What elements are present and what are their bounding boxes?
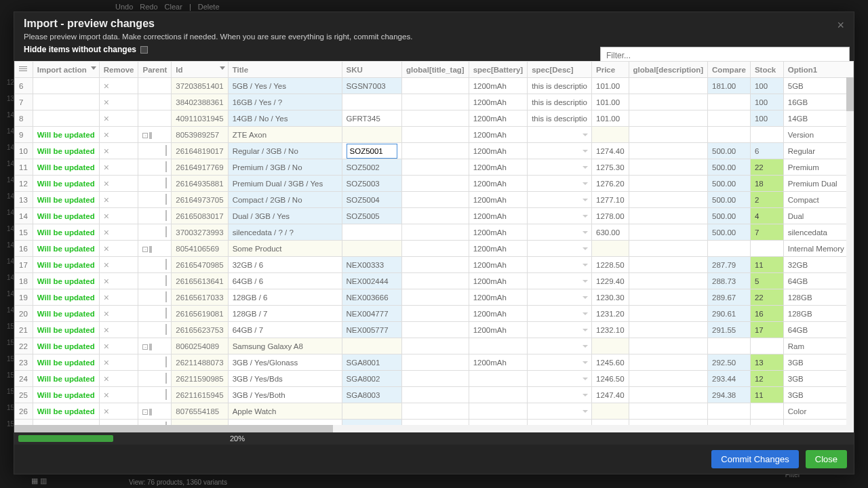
title-cell[interactable]: 14GB / No / Yes	[228, 110, 342, 127]
title-tag-cell[interactable]	[402, 192, 469, 208]
option1-cell[interactable]: Regular	[783, 143, 853, 159]
table-row[interactable]: 7×3840238836116GB / Yes / ?1200mAhthis i…	[15, 94, 854, 110]
option1-cell[interactable]: 128GB	[783, 306, 853, 322]
option1-cell[interactable]: Dual	[783, 208, 853, 224]
title-cell[interactable]: silencedata / ? / ?	[228, 224, 342, 241]
price-cell[interactable]: 1274.40	[591, 143, 629, 159]
remove-row-button[interactable]: ×	[99, 224, 138, 241]
desc-cell[interactable]	[528, 354, 592, 371]
compare-cell[interactable]	[708, 94, 751, 110]
column-header[interactable]	[15, 62, 33, 78]
battery-cell[interactable]: 1200mAh	[469, 127, 528, 143]
option1-cell[interactable]: Color	[783, 403, 853, 420]
sku-cell[interactable]: SOZ5005	[342, 208, 402, 224]
compare-cell[interactable]: 500.00	[708, 159, 751, 176]
price-cell[interactable]: 630.00	[591, 224, 629, 241]
stock-cell[interactable]	[750, 241, 783, 257]
battery-cell[interactable]: 1200mAh	[469, 78, 528, 94]
table-row[interactable]: 17Will be updated×2616547098532GB / 6NEX…	[15, 257, 854, 273]
price-cell[interactable]: 101.00	[591, 94, 629, 110]
global-desc-cell[interactable]	[629, 78, 708, 94]
title-cell[interactable]: 128GB / 6	[228, 289, 342, 306]
global-desc-cell[interactable]	[629, 159, 708, 176]
global-desc-cell[interactable]	[629, 257, 708, 273]
sku-cell[interactable]	[342, 241, 402, 257]
compare-cell[interactable]: 500.00	[708, 143, 751, 159]
sku-cell[interactable]	[342, 338, 402, 354]
vertical-scrollbar[interactable]	[846, 77, 854, 432]
price-cell[interactable]: 101.00	[591, 110, 629, 127]
stock-cell[interactable]: 22	[750, 159, 783, 176]
compare-cell[interactable]: 500.00	[708, 176, 751, 192]
battery-cell[interactable]	[469, 371, 528, 387]
remove-row-button[interactable]: ×	[99, 257, 138, 273]
global-desc-cell[interactable]	[629, 176, 708, 192]
global-desc-cell[interactable]	[629, 387, 708, 403]
remove-row-button[interactable]: ×	[99, 78, 138, 94]
title-tag-cell[interactable]	[402, 403, 469, 420]
price-cell[interactable]: 1228.50	[591, 257, 629, 273]
sku-cell[interactable]	[342, 224, 402, 241]
title-tag-cell[interactable]	[402, 208, 469, 224]
parent-cell[interactable]	[138, 257, 172, 273]
table-row[interactable]: 12Will be updated×26164935881Premium Dua…	[15, 176, 854, 192]
parent-cell[interactable]	[138, 176, 172, 192]
title-tag-cell[interactable]	[402, 306, 469, 322]
sku-cell[interactable]: SGSN7003	[342, 78, 402, 94]
title-cell[interactable]: 32GB / 6	[228, 257, 342, 273]
column-header[interactable]: spec[Battery]	[469, 62, 528, 78]
option1-cell[interactable]: silencedata	[783, 224, 853, 241]
parent-cell[interactable]	[138, 143, 172, 159]
title-cell[interactable]: 3GB / Yes/Glonass	[228, 354, 342, 371]
table-row[interactable]: 11Will be updated×26164917769Premium / 3…	[15, 159, 854, 176]
remove-row-button[interactable]: ×	[99, 354, 138, 371]
table-row[interactable]: 10Will be updated×26164819017Regular / 3…	[15, 143, 854, 159]
sku-cell[interactable]: SGA8002	[342, 371, 402, 387]
parent-cell[interactable]: -	[138, 241, 172, 257]
price-cell[interactable]: 1230.30	[591, 289, 629, 306]
option1-cell[interactable]: 64GB	[783, 322, 853, 338]
title-cell[interactable]: 16GB / Yes / ?	[228, 94, 342, 110]
desc-cell[interactable]	[528, 224, 592, 241]
title-cell[interactable]: 64GB / 6	[228, 273, 342, 289]
title-tag-cell[interactable]	[402, 110, 469, 127]
sku-cell[interactable]: GFRT345	[342, 110, 402, 127]
desc-cell[interactable]	[528, 208, 592, 224]
table-row[interactable]: 18Will be updated×2616561364164GB / 6NEX…	[15, 273, 854, 289]
sku-cell[interactable]	[342, 127, 402, 143]
global-desc-cell[interactable]	[629, 371, 708, 387]
global-desc-cell[interactable]	[629, 224, 708, 241]
sku-cell[interactable]: SOZ5004	[342, 192, 402, 208]
table-row[interactable]: 15Will be updated×37003273993silencedata…	[15, 224, 854, 241]
column-header[interactable]: Option1	[783, 62, 853, 78]
title-tag-cell[interactable]	[402, 322, 469, 338]
remove-row-button[interactable]: ×	[99, 371, 138, 387]
price-cell[interactable]: 1231.20	[591, 306, 629, 322]
title-cell[interactable]: Regular / 3GB / No	[228, 143, 342, 159]
battery-cell[interactable]: 1200mAh	[469, 257, 528, 273]
table-row[interactable]: 22Will be updated×-8060254089Samsung Gal…	[15, 338, 854, 354]
title-cell[interactable]: Samsung Galaxy A8	[228, 338, 342, 354]
title-tag-cell[interactable]	[402, 176, 469, 192]
data-grid[interactable]: Import actionRemoveParentIdTitleSKUgloba…	[14, 61, 854, 432]
global-desc-cell[interactable]	[629, 322, 708, 338]
option1-cell[interactable]: 3GB	[783, 354, 853, 371]
global-desc-cell[interactable]	[629, 403, 708, 420]
remove-row-button[interactable]: ×	[99, 176, 138, 192]
option1-cell[interactable]: 16GB	[783, 94, 853, 110]
compare-cell[interactable]: 500.00	[708, 208, 751, 224]
sku-cell[interactable]: NEX004777	[342, 306, 402, 322]
sku-cell[interactable]: SOZ5003	[342, 176, 402, 192]
title-cell[interactable]: 3GB / Yes/Bds	[228, 371, 342, 387]
desc-cell[interactable]	[528, 159, 592, 176]
table-row[interactable]: 13Will be updated×26164973705Compact / 2…	[15, 192, 854, 208]
table-row[interactable]: 20Will be updated×26165619081128GB / 7NE…	[15, 306, 854, 322]
compare-cell[interactable]: 293.44	[708, 371, 751, 387]
title-cell[interactable]: 3GB / Yes/Both	[228, 387, 342, 403]
desc-cell[interactable]	[528, 338, 592, 354]
battery-cell[interactable]: 1200mAh	[469, 159, 528, 176]
table-row[interactable]: 6×372038514015GB / Yes / YesSGSN70031200…	[15, 78, 854, 94]
parent-cell[interactable]	[138, 289, 172, 306]
option1-cell[interactable]: Version	[783, 127, 853, 143]
global-desc-cell[interactable]	[629, 192, 708, 208]
